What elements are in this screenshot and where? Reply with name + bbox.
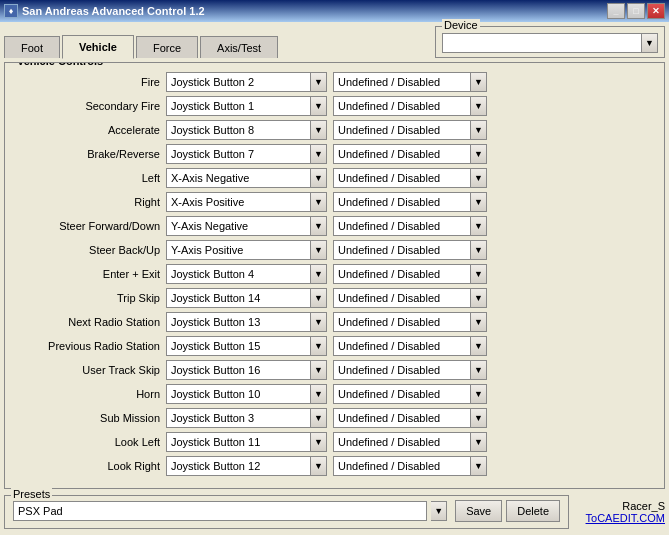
control-row: Enter + Exit ▼ ▼ [11,263,658,285]
save-button[interactable]: Save [455,500,502,522]
control-primary-dropdown-11[interactable]: ▼ [311,336,327,356]
control-secondary-dropdown-7[interactable]: ▼ [471,240,487,260]
presets-label: Presets [11,488,52,500]
presets-group: Presets ▼ Save Delete [4,495,569,529]
control-primary-input-4[interactable] [166,168,311,188]
control-primary-dropdown-14[interactable]: ▼ [311,408,327,428]
control-label-4: Left [11,172,166,184]
control-secondary-dropdown-16[interactable]: ▼ [471,456,487,476]
control-primary-input-16[interactable] [166,456,311,476]
control-row: Right ▼ ▼ [11,191,658,213]
control-primary-input-9[interactable] [166,288,311,308]
control-secondary-input-14[interactable] [333,408,471,428]
control-primary-dropdown-7[interactable]: ▼ [311,240,327,260]
control-primary-input-3[interactable] [166,144,311,164]
control-secondary-input-2[interactable] [333,120,471,140]
controls-scroll-area[interactable]: Fire ▼ ▼ Secondary Fire ▼ ▼ Accelerate ▼… [5,63,664,488]
control-primary-dropdown-2[interactable]: ▼ [311,120,327,140]
control-primary-dropdown-9[interactable]: ▼ [311,288,327,308]
tab-vehicle[interactable]: Vehicle [62,35,134,59]
control-primary-input-12[interactable] [166,360,311,380]
control-label-10: Next Radio Station [11,316,166,328]
tab-force[interactable]: Force [136,36,198,58]
control-secondary-dropdown-15[interactable]: ▼ [471,432,487,452]
control-secondary-dropdown-1[interactable]: ▼ [471,96,487,116]
control-primary-dropdown-3[interactable]: ▼ [311,144,327,164]
credit-link[interactable]: ToCAEDIT.COM [575,512,665,524]
control-secondary-dropdown-11[interactable]: ▼ [471,336,487,356]
control-secondary-dropdown-10[interactable]: ▼ [471,312,487,332]
presets-dropdown-button[interactable]: ▼ [431,501,447,521]
control-primary-input-13[interactable] [166,384,311,404]
control-secondary-dropdown-4[interactable]: ▼ [471,168,487,188]
control-secondary-input-10[interactable] [333,312,471,332]
presets-input[interactable] [13,501,427,521]
control-primary-input-14[interactable] [166,408,311,428]
credit-area: Racer_S ToCAEDIT.COM [575,500,665,524]
control-secondary-dropdown-3[interactable]: ▼ [471,144,487,164]
control-primary-input-8[interactable] [166,264,311,284]
control-label-5: Right [11,196,166,208]
maximize-button[interactable]: □ [627,3,645,19]
control-primary-input-7[interactable] [166,240,311,260]
device-group: Device ▼ [435,26,665,58]
control-primary-input-0[interactable] [166,72,311,92]
control-secondary-dropdown-6[interactable]: ▼ [471,216,487,236]
control-secondary-input-3[interactable] [333,144,471,164]
bottom-bar: Presets ▼ Save Delete Racer_S ToCAEDIT.C… [4,493,665,531]
device-dropdown-button[interactable]: ▼ [642,33,658,53]
control-secondary-input-12[interactable] [333,360,471,380]
control-primary-input-1[interactable] [166,96,311,116]
control-secondary-input-15[interactable] [333,432,471,452]
tab-foot[interactable]: Foot [4,36,60,58]
control-primary-dropdown-8[interactable]: ▼ [311,264,327,284]
control-secondary-dropdown-0[interactable]: ▼ [471,72,487,92]
control-secondary-input-4[interactable] [333,168,471,188]
delete-button[interactable]: Delete [506,500,560,522]
control-secondary-dropdown-13[interactable]: ▼ [471,384,487,404]
control-primary-dropdown-10[interactable]: ▼ [311,312,327,332]
control-secondary-input-0[interactable] [333,72,471,92]
control-row: Accelerate ▼ ▼ [11,119,658,141]
control-primary-input-15[interactable] [166,432,311,452]
control-secondary-input-11[interactable] [333,336,471,356]
control-primary-input-11[interactable] [166,336,311,356]
control-primary-dropdown-6[interactable]: ▼ [311,216,327,236]
title-bar-left: ♦ San Andreas Advanced Control 1.2 [4,4,205,18]
control-primary-dropdown-12[interactable]: ▼ [311,360,327,380]
control-secondary-input-13[interactable] [333,384,471,404]
control-secondary-dropdown-12[interactable]: ▼ [471,360,487,380]
control-secondary-input-9[interactable] [333,288,471,308]
control-primary-dropdown-13[interactable]: ▼ [311,384,327,404]
vehicle-controls-label: Vehicle Controls [13,62,107,67]
control-secondary-input-7[interactable] [333,240,471,260]
control-primary-dropdown-1[interactable]: ▼ [311,96,327,116]
control-secondary-input-16[interactable] [333,456,471,476]
control-secondary-input-1[interactable] [333,96,471,116]
control-primary-input-2[interactable] [166,120,311,140]
control-secondary-input-8[interactable] [333,264,471,284]
tab-axis-test[interactable]: Axis/Test [200,36,278,58]
control-primary-dropdown-4[interactable]: ▼ [311,168,327,188]
control-row: Next Radio Station ▼ ▼ [11,311,658,333]
control-secondary-dropdown-2[interactable]: ▼ [471,120,487,140]
control-primary-input-10[interactable] [166,312,311,332]
control-primary-dropdown-15[interactable]: ▼ [311,432,327,452]
control-secondary-dropdown-8[interactable]: ▼ [471,264,487,284]
control-primary-dropdown-0[interactable]: ▼ [311,72,327,92]
control-primary-input-6[interactable] [166,216,311,236]
control-secondary-input-5[interactable] [333,192,471,212]
control-secondary-dropdown-9[interactable]: ▼ [471,288,487,308]
control-secondary-input-6[interactable] [333,216,471,236]
close-button[interactable]: ✕ [647,3,665,19]
control-primary-dropdown-5[interactable]: ▼ [311,192,327,212]
control-label-9: Trip Skip [11,292,166,304]
minimize-button[interactable]: _ [607,3,625,19]
control-label-6: Steer Forward/Down [11,220,166,232]
control-secondary-dropdown-5[interactable]: ▼ [471,192,487,212]
device-select[interactable] [442,33,642,53]
control-secondary-dropdown-14[interactable]: ▼ [471,408,487,428]
control-primary-input-5[interactable] [166,192,311,212]
control-primary-dropdown-16[interactable]: ▼ [311,456,327,476]
control-row: Previous Radio Station ▼ ▼ [11,335,658,357]
